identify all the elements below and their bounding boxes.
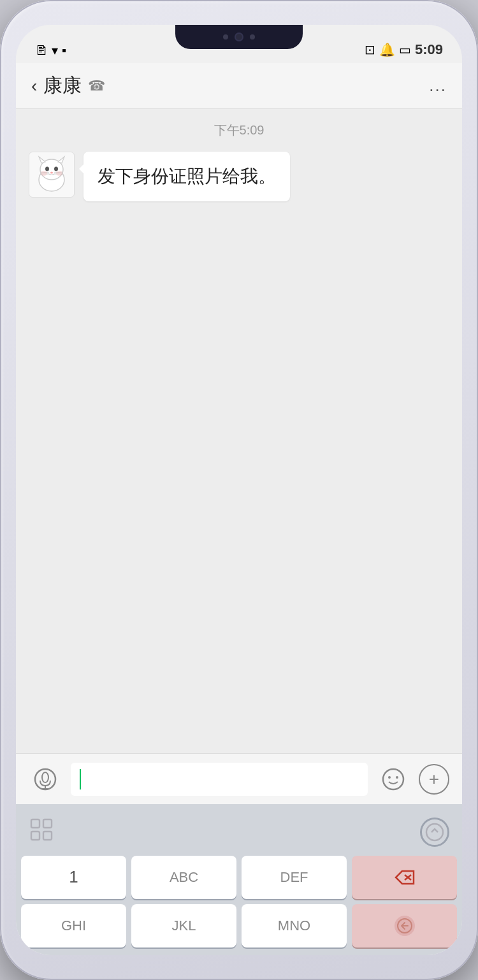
wifi-icon: ▾: [52, 43, 58, 58]
grid-icon: [29, 817, 54, 842]
contact-name: 康康: [43, 73, 82, 99]
svg-point-17: [383, 769, 403, 789]
svg-marker-3: [58, 157, 64, 163]
circle-arrow-icon: [425, 823, 444, 842]
notch-sensor: [223, 34, 228, 40]
status-left-icons: 🖹 ▾ ▪: [35, 43, 66, 58]
chat-area: 下午5:09: [16, 109, 462, 753]
phone-screen: 🖹 ▾ ▪ ⊡ 🔔 ▭ 5:09 ‹ 康康 ☎ ... 下午5:09: [16, 25, 462, 955]
avatar-image: [31, 154, 72, 195]
svg-rect-22: [31, 832, 40, 840]
notch-sensor2: [250, 34, 255, 40]
svg-point-5: [54, 167, 58, 171]
svg-point-11: [41, 171, 47, 176]
keyboard-row-2: GHI JKL MNO: [21, 904, 457, 948]
svg-rect-23: [43, 832, 52, 840]
svg-point-4: [45, 167, 49, 171]
voice-call-icon[interactable]: ☎: [88, 78, 105, 94]
cast-icon: ⊡: [365, 42, 375, 57]
voice-icon: [34, 768, 57, 791]
title-left: ‹ 康康 ☎: [31, 73, 105, 99]
svg-rect-20: [31, 819, 40, 828]
delete-icon: [393, 868, 416, 886]
key-mno[interactable]: MNO: [242, 904, 347, 948]
status-right-icons: ⊡ 🔔 ▭ 5:09: [365, 41, 443, 58]
message-timestamp: 下午5:09: [29, 122, 449, 139]
keyboard-rows: 1 ABC DEF: [21, 856, 457, 948]
voice-input-button[interactable]: [29, 763, 62, 796]
key-1[interactable]: 1: [21, 856, 126, 899]
avatar: [29, 152, 75, 198]
keyboard-row-1: 1 ABC DEF: [21, 856, 457, 899]
back-button[interactable]: ‹: [31, 77, 37, 95]
emoji-icon: [382, 768, 405, 791]
text-cursor: [80, 769, 81, 789]
keyboard-grid-icon[interactable]: [29, 817, 54, 847]
battery-icon: ▭: [399, 42, 411, 57]
video-icon: ▪: [62, 43, 66, 58]
emoji-button[interactable]: [377, 763, 410, 796]
key-abc[interactable]: ABC: [131, 856, 236, 899]
svg-point-12: [56, 171, 62, 176]
svg-rect-21: [43, 819, 52, 828]
title-bar: ‹ 康康 ☎ ...: [16, 63, 462, 109]
svg-marker-2: [39, 157, 45, 163]
key-jkl[interactable]: JKL: [131, 904, 236, 948]
enter-icon: [395, 916, 415, 936]
notch: [175, 25, 303, 49]
keyboard-circle-icon[interactable]: [420, 818, 449, 847]
key-delete[interactable]: [352, 856, 457, 899]
add-button[interactable]: +: [419, 764, 449, 795]
input-toolbar: +: [16, 753, 462, 804]
svg-point-19: [396, 776, 398, 779]
key-def[interactable]: DEF: [242, 856, 347, 899]
svg-point-14: [42, 772, 48, 782]
message-bubble: 发下身份证照片给我。: [83, 152, 290, 201]
more-options-button[interactable]: ...: [429, 76, 447, 96]
phone-frame: 🖹 ▾ ▪ ⊡ 🔔 ▭ 5:09 ‹ 康康 ☎ ... 下午5:09: [0, 0, 478, 980]
key-ghi[interactable]: GHI: [21, 904, 126, 948]
key-enter[interactable]: [352, 904, 457, 948]
svg-point-18: [388, 776, 391, 779]
keyboard: 1 ABC DEF: [16, 804, 462, 955]
doc-icon: 🖹: [35, 43, 48, 58]
message-text: 发下身份证照片给我。: [98, 166, 276, 186]
notch-camera: [235, 32, 243, 41]
bell-icon: 🔔: [379, 42, 395, 57]
keyboard-top-row: [21, 812, 457, 856]
enter-arrow-icon: [397, 918, 412, 933]
text-input-field[interactable]: [71, 763, 368, 796]
status-time: 5:09: [415, 41, 443, 58]
svg-point-24: [426, 824, 443, 840]
message-row: 发下身份证照片给我。: [29, 152, 449, 201]
svg-point-6: [50, 172, 53, 174]
